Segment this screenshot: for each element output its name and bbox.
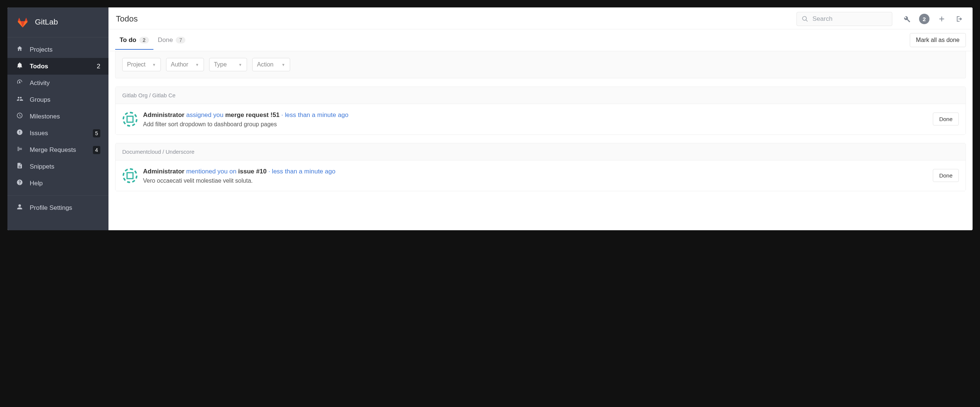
filter-type-label: Type — [214, 61, 227, 68]
todo-body: Administrator mentioned you on issue #10… — [143, 167, 933, 184]
exclaim-icon — [16, 129, 24, 137]
gitlab-logo-icon — [16, 15, 30, 29]
admin-wrench-icon[interactable] — [901, 13, 912, 24]
sidebar-nav-secondary: Profile Settings — [8, 196, 108, 220]
todo-title: Administrator assigned you merge request… — [143, 111, 933, 119]
filter-author-label: Author — [171, 61, 188, 68]
todo-group-header[interactable]: Documentcloud / Underscore — [116, 143, 966, 161]
todo-description: Add filter sort dropdown to dashboard gr… — [143, 121, 933, 128]
group-icon — [16, 95, 24, 104]
bell-icon — [16, 62, 24, 70]
sidebar-item-milestones[interactable]: Milestones — [8, 108, 108, 125]
todo-action: assigned you — [186, 111, 223, 118]
todo-item[interactable]: Administrator assigned you merge request… — [116, 104, 966, 134]
sidebar-item-profile-settings[interactable]: Profile Settings — [8, 199, 108, 216]
top-actions: 2 — [901, 13, 965, 24]
sidebar-item-snippets[interactable]: Snippets — [8, 158, 108, 175]
sidebar-item-label: Profile Settings — [30, 204, 100, 211]
sidebar-item-todos[interactable]: Todos2 — [8, 58, 108, 75]
tab-todo[interactable]: To do 2 — [115, 30, 153, 50]
tab-todo-count: 2 — [139, 37, 149, 43]
main: Todos 2 To do 2 Done 7 Mark — [108, 8, 972, 230]
dot-separator: · — [268, 168, 270, 175]
todo-author[interactable]: Administrator — [143, 168, 184, 175]
todo-time: less than a minute ago — [285, 111, 348, 118]
sidebar-item-label: Milestones — [30, 113, 100, 120]
app-frame: GitLab ProjectsTodos2ActivityGroupsMiles… — [8, 8, 972, 230]
todo-time: less than a minute ago — [272, 168, 336, 175]
tab-row: To do 2 Done 7 Mark all as done — [108, 29, 972, 51]
new-plus-icon[interactable] — [936, 13, 947, 24]
sidebar-item-label: Activity — [30, 79, 100, 87]
avatar — [122, 111, 138, 127]
todo-target[interactable]: issue #10 — [238, 168, 267, 175]
sidebar-item-label: Groups — [30, 96, 100, 103]
sidebar: GitLab ProjectsTodos2ActivityGroupsMiles… — [8, 8, 108, 230]
topbar: Todos 2 — [108, 8, 972, 29]
sidebar-header[interactable]: GitLab — [8, 8, 108, 38]
sidebar-item-label: Snippets — [30, 163, 100, 170]
sign-out-icon[interactable] — [954, 13, 965, 24]
filter-action-dropdown[interactable]: Action ▼ — [252, 58, 290, 71]
sidebar-item-count: 2 — [97, 62, 100, 70]
merge-icon — [16, 146, 24, 154]
todo-title: Administrator mentioned you on issue #10… — [143, 167, 933, 176]
todo-item[interactable]: Administrator mentioned you on issue #10… — [116, 161, 966, 191]
dot-separator: · — [281, 111, 283, 118]
todo-group: Documentcloud / UnderscoreAdministrator … — [115, 143, 966, 191]
mark-all-done-button[interactable]: Mark all as done — [910, 33, 966, 47]
sidebar-item-count: 5 — [93, 129, 100, 137]
sidebar-item-label: Todos — [30, 63, 97, 70]
brand-title: GitLab — [35, 17, 58, 26]
dashboard-icon — [16, 79, 24, 87]
todo-groups: Gitlab Org / Gitlab CeAdministrator assi… — [115, 86, 966, 191]
tab-done-label: Done — [158, 37, 173, 44]
sidebar-item-label: Projects — [30, 46, 100, 54]
sidebar-item-issues[interactable]: Issues5 — [8, 125, 108, 141]
search-icon — [802, 16, 808, 22]
snippet-icon — [16, 162, 24, 171]
search-box — [797, 12, 892, 26]
todo-action: mentioned you on — [186, 168, 236, 175]
tab-done-count: 7 — [176, 37, 185, 43]
search-input[interactable] — [797, 12, 892, 26]
clock-icon — [16, 112, 24, 121]
sidebar-item-help[interactable]: Help — [8, 175, 108, 192]
avatar — [122, 168, 138, 183]
sidebar-item-projects[interactable]: Projects — [8, 41, 108, 58]
user-icon — [16, 204, 24, 212]
home-icon — [16, 45, 24, 54]
done-button[interactable]: Done — [933, 169, 959, 182]
sidebar-item-label: Issues — [30, 130, 93, 137]
todo-body: Administrator assigned you merge request… — [143, 111, 933, 128]
filter-project-dropdown[interactable]: Project ▼ — [122, 58, 161, 71]
filter-project-label: Project — [127, 61, 146, 68]
chevron-down-icon: ▼ — [239, 63, 242, 67]
filter-author-dropdown[interactable]: Author ▼ — [166, 58, 204, 71]
todo-group: Gitlab Org / Gitlab CeAdministrator assi… — [115, 86, 966, 135]
filter-type-dropdown[interactable]: Type ▼ — [209, 58, 247, 71]
todo-author[interactable]: Administrator — [143, 111, 184, 118]
chevron-down-icon: ▼ — [152, 63, 156, 67]
filter-bar: Project ▼ Author ▼ Type ▼ Action ▼ — [115, 51, 966, 78]
filter-action-label: Action — [257, 61, 274, 68]
chevron-down-icon: ▼ — [282, 63, 285, 67]
tab-done[interactable]: Done 7 — [153, 30, 190, 50]
sidebar-item-count: 4 — [93, 146, 100, 154]
chevron-down-icon: ▼ — [196, 63, 199, 67]
todo-target[interactable]: merge request !51 — [225, 111, 279, 118]
sidebar-nav: ProjectsTodos2ActivityGroupsMilestonesIs… — [8, 38, 108, 196]
tab-todo-label: To do — [119, 37, 136, 44]
question-icon — [16, 179, 24, 188]
content-area: Project ▼ Author ▼ Type ▼ Action ▼ Gitla… — [108, 51, 972, 199]
sidebar-item-label: Merge Requests — [30, 146, 93, 154]
sidebar-item-merge-requests[interactable]: Merge Requests4 — [8, 141, 108, 158]
sidebar-item-label: Help — [30, 180, 100, 187]
todo-group-header[interactable]: Gitlab Org / Gitlab Ce — [116, 87, 966, 104]
todos-count-badge[interactable]: 2 — [919, 14, 929, 24]
done-button[interactable]: Done — [933, 113, 959, 126]
page-title: Todos — [116, 14, 138, 24]
sidebar-item-activity[interactable]: Activity — [8, 75, 108, 91]
todo-description: Vero occaecati velit molestiae velit sol… — [143, 178, 933, 184]
sidebar-item-groups[interactable]: Groups — [8, 91, 108, 108]
